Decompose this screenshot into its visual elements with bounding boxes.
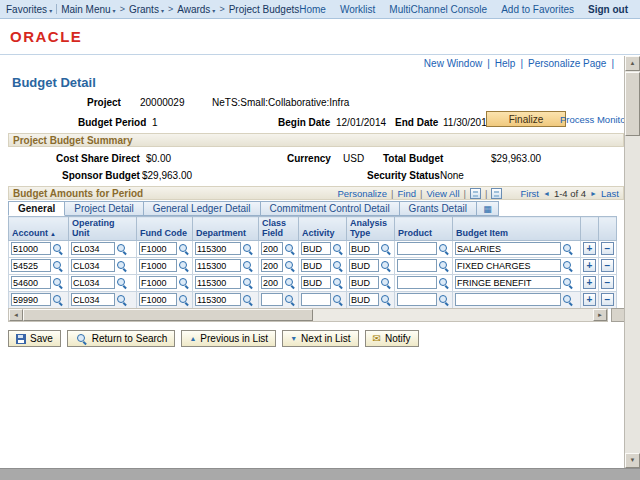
delete-row-button[interactable]: − — [601, 242, 614, 255]
scrollbar-track[interactable] — [313, 309, 593, 321]
lookup-icon[interactable] — [52, 294, 64, 306]
lookup-icon[interactable] — [332, 260, 344, 272]
delete-row-button[interactable]: − — [601, 259, 614, 272]
fund_code-input[interactable] — [139, 276, 177, 289]
lookup-icon[interactable] — [284, 277, 296, 289]
help-link[interactable]: Help — [495, 58, 516, 69]
analysis_type-input[interactable] — [349, 293, 379, 306]
tab-general[interactable]: General — [8, 201, 65, 216]
process-monitor-link[interactable]: Process Monitor — [560, 114, 629, 125]
next-in-list-button[interactable]: ▼Next in List — [282, 330, 358, 347]
class_field-input[interactable] — [261, 259, 283, 272]
lookup-icon[interactable] — [332, 277, 344, 289]
download-grid-icon[interactable] — [470, 188, 481, 199]
column-header-operating-unit[interactable]: Operating Unit — [69, 217, 137, 241]
horizontal-scrollbar-thumb[interactable] — [23, 309, 313, 321]
scroll-up-button[interactable]: ▲ — [625, 56, 640, 71]
product-input[interactable] — [397, 293, 437, 306]
show-all-columns-icon[interactable]: ▦ — [477, 201, 499, 216]
lookup-icon[interactable] — [332, 294, 344, 306]
tab-grants-detail[interactable]: Grants Detail — [400, 201, 477, 216]
scroll-down-button[interactable]: ▼ — [625, 453, 640, 468]
scroll-right-button[interactable]: ► — [593, 309, 607, 321]
lookup-icon[interactable] — [438, 260, 450, 272]
lookup-icon[interactable] — [438, 243, 450, 255]
account-input[interactable] — [11, 259, 51, 272]
add-row-button[interactable]: + — [583, 293, 596, 306]
lookup-icon[interactable] — [178, 260, 190, 272]
fund_code-input[interactable] — [139, 293, 177, 306]
notify-button[interactable]: ✉Notify — [365, 330, 419, 347]
product-input[interactable] — [397, 259, 437, 272]
budget_item-input[interactable] — [455, 276, 561, 289]
analysis_type-input[interactable] — [349, 259, 379, 272]
budget_item-input[interactable] — [455, 242, 561, 255]
column-header-analysis-type[interactable]: Analysis Type — [347, 217, 395, 241]
lookup-icon[interactable] — [562, 277, 574, 289]
new-window-link[interactable]: New Window — [424, 58, 482, 69]
personalize-page-link[interactable]: Personalize Page — [528, 58, 606, 69]
department-input[interactable] — [195, 242, 241, 255]
lookup-icon[interactable] — [380, 243, 392, 255]
department-input[interactable] — [195, 259, 241, 272]
lookup-icon[interactable] — [116, 277, 128, 289]
multichannel-console-link[interactable]: MultiChannel Console — [389, 4, 487, 15]
vertical-scrollbar[interactable]: ▲ ▼ — [624, 56, 640, 468]
add-row-button[interactable]: + — [583, 242, 596, 255]
breadcrumb-favorites[interactable]: Favorites▾ — [6, 4, 52, 15]
class_field-input[interactable] — [261, 276, 283, 289]
lookup-icon[interactable] — [178, 243, 190, 255]
home-link[interactable]: Home — [299, 4, 326, 15]
analysis_type-input[interactable] — [349, 242, 379, 255]
lookup-icon[interactable] — [284, 243, 296, 255]
add-row-button[interactable]: + — [583, 276, 596, 289]
previous-rows-icon[interactable]: ◄ — [543, 190, 550, 197]
worklist-link[interactable]: Worklist — [340, 4, 375, 15]
product-input[interactable] — [397, 276, 437, 289]
tab-project-detail[interactable]: Project Detail — [65, 201, 143, 216]
lookup-icon[interactable] — [116, 294, 128, 306]
activity-input[interactable] — [301, 276, 331, 289]
lookup-icon[interactable] — [52, 277, 64, 289]
operating_unit-input[interactable] — [71, 293, 115, 306]
lookup-icon[interactable] — [438, 277, 450, 289]
lookup-icon[interactable] — [178, 277, 190, 289]
personalize-link[interactable]: Personalize — [337, 188, 387, 199]
tab-commitment-control-detail[interactable]: Commitment Control Detail — [261, 201, 400, 216]
lookup-icon[interactable] — [52, 260, 64, 272]
scroll-left-button[interactable]: ◄ — [9, 309, 23, 321]
lookup-icon[interactable] — [242, 294, 254, 306]
class_field-input[interactable] — [261, 242, 283, 255]
operating_unit-input[interactable] — [71, 259, 115, 272]
lookup-icon[interactable] — [380, 277, 392, 289]
fund_code-input[interactable] — [139, 242, 177, 255]
lookup-icon[interactable] — [116, 260, 128, 272]
sign-out-link[interactable]: Sign out — [588, 4, 628, 15]
lookup-icon[interactable] — [116, 243, 128, 255]
account-input[interactable] — [11, 293, 51, 306]
tab-general-ledger-detail[interactable]: General Ledger Detail — [144, 201, 261, 216]
view-all-link[interactable]: View All — [426, 188, 459, 199]
fund_code-input[interactable] — [139, 259, 177, 272]
save-button[interactable]: Save — [8, 330, 61, 347]
add-to-favorites-link[interactable]: Add to Favorites — [501, 4, 574, 15]
budget_item-input[interactable] — [455, 293, 561, 306]
column-header-product[interactable]: Product — [395, 217, 453, 241]
column-header-department[interactable]: Department — [193, 217, 259, 241]
department-input[interactable] — [195, 276, 241, 289]
class_field-input[interactable] — [261, 293, 283, 306]
lookup-icon[interactable] — [242, 260, 254, 272]
breadcrumb-awards[interactable]: Awards▾ — [177, 4, 215, 15]
operating_unit-input[interactable] — [71, 276, 115, 289]
return-to-search-button[interactable]: Return to Search — [67, 330, 176, 347]
find-link[interactable]: Find — [397, 188, 415, 199]
lookup-icon[interactable] — [332, 243, 344, 255]
zoom-grid-icon[interactable] — [491, 188, 502, 199]
next-rows-icon[interactable]: ► — [590, 190, 597, 197]
budget_item-input[interactable] — [455, 259, 561, 272]
column-header-activity[interactable]: Activity — [299, 217, 347, 241]
grid-horizontal-scrollbar[interactable]: ◄ ► — [8, 308, 608, 322]
column-header-budget-item[interactable]: Budget Item — [453, 217, 581, 241]
analysis_type-input[interactable] — [349, 276, 379, 289]
lookup-icon[interactable] — [380, 294, 392, 306]
